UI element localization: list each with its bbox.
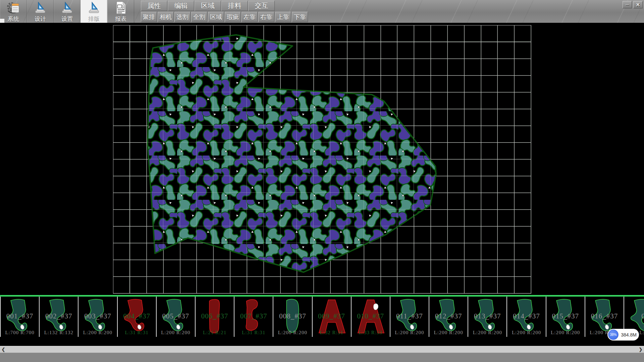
piece-lr-count: L:200 R:200	[78, 330, 117, 336]
progress-percent-circle: 38%	[608, 329, 619, 340]
thumbnail-cell[interactable]: 010_#37L:33 R:33	[352, 297, 390, 337]
report-icon	[113, 1, 128, 14]
nesting-canvas[interactable]	[0, 23, 644, 295]
mode-button-nesting[interactable]: 排版	[80, 0, 107, 23]
tool-region[interactable]: 区域	[208, 12, 224, 22]
thumbnail-cell[interactable]: 012_#37L:200 R:200	[429, 297, 468, 337]
system-gear-icon	[6, 1, 21, 14]
thumbnail-scrollbar[interactable]: ❮ ❯	[0, 346, 644, 353]
thumbnail-cell[interactable]: 014_#37L:200 R:200	[507, 297, 546, 337]
tool-select-cut[interactable]: 选割	[174, 12, 191, 22]
progress-badge[interactable]: 38% 384.8M	[607, 329, 639, 341]
scroll-left-arrow[interactable]: ❮	[0, 347, 7, 352]
toolbar-corner-chip	[0, 19, 4, 23]
thumbnail-cell[interactable]: 015_#37L:200 R:200	[546, 297, 585, 337]
mode-button-label: 设计	[35, 15, 46, 23]
piece-name: 016_#37	[585, 312, 624, 320]
piece-name: 0	[624, 312, 644, 320]
thumbnail-cell[interactable]: 009_#37L:32 R:31	[313, 297, 352, 337]
close-button[interactable]: ✕	[633, 1, 643, 8]
mode-button-report[interactable]: 报表	[107, 0, 134, 23]
piece-name: 009_#37	[313, 312, 351, 320]
leather-hide-nested-layout	[0, 23, 644, 295]
tool-cut-all[interactable]: 全割	[191, 12, 207, 22]
settings-ruler-icon	[59, 1, 75, 14]
thumbnail-cell[interactable]: 011_#37L:200 R:200	[390, 297, 429, 337]
piece-lr-count: L:700 R:700	[1, 330, 39, 336]
mode-icon-group: 系统 设计 设置	[0, 0, 134, 23]
piece-lr-count: L:21 R:21	[196, 330, 234, 336]
strip-bottom-gap	[0, 337, 644, 346]
scroll-right-arrow[interactable]: ❯	[637, 347, 644, 352]
piece-lr-count: L:33 R:33	[352, 330, 390, 336]
piece-name: 008_#37	[273, 312, 312, 320]
piece-lr-count: L:200 R:200	[157, 330, 195, 336]
tool-defect[interactable]: 瑕疵	[225, 12, 241, 22]
mode-button-label: 排版	[88, 15, 100, 23]
piece-name: 005_#37	[157, 312, 195, 320]
thumbnail-cell[interactable]: 002_#37L:132 R:132	[40, 297, 78, 337]
thumbnail-cell[interactable]: 003_#37L:200 R:200	[78, 297, 117, 337]
thumbnail-cell[interactable]: 004_#37L:31 R:31	[118, 297, 157, 337]
tool-camera[interactable]: 相机	[158, 12, 174, 22]
menu-edit[interactable]: 编辑	[168, 1, 194, 11]
tool-align-left[interactable]: 左靠	[241, 12, 258, 22]
thumbnail-cell[interactable]: 008_#37L:200 R:200	[273, 297, 312, 337]
mode-button-settings[interactable]: 设置	[54, 0, 80, 23]
piece-name: 010_#37	[352, 312, 390, 320]
app-window: { "window": { "minimize_glyph": "─", "cl…	[0, 0, 644, 362]
thumbnail-cell[interactable]: 001_#37L:700 R:700	[1, 297, 40, 337]
thumbnail-cell[interactable]: 006_#37L:21 R:21	[196, 297, 234, 337]
menu-nest[interactable]: 排料	[221, 1, 248, 11]
menu-region[interactable]: 区域	[195, 1, 221, 11]
piece-lr-count: L:32 R:31	[313, 330, 351, 336]
piece-name: 015_#37	[546, 312, 585, 320]
tool-align-bottom[interactable]: 下靠	[292, 12, 308, 22]
status-bar	[0, 353, 644, 362]
mode-button-label: 设置	[61, 15, 73, 23]
piece-name: 014_#37	[507, 312, 545, 320]
leather-hide-outline[interactable]	[148, 35, 436, 272]
minimize-button[interactable]: ─	[623, 1, 632, 8]
piece-name: 006_#37	[196, 312, 234, 320]
piece-lr-count: L:200 R:200	[429, 330, 468, 336]
piece-name: 012_#37	[429, 312, 468, 320]
mode-button-label: 报表	[115, 15, 126, 23]
menu-properties[interactable]: 属性	[141, 1, 167, 11]
tool-cluster-nest[interactable]: 聚排	[141, 12, 157, 22]
piece-lr-count: L:200 R:200	[273, 330, 312, 336]
design-ruler-icon	[33, 1, 48, 14]
piece-name: 007_#37	[234, 312, 273, 320]
menu-interact[interactable]: 交互	[248, 1, 275, 11]
thumbnail-cell[interactable]: 013_#37L:200 R:200	[468, 297, 507, 337]
mode-button-design[interactable]: 设计	[27, 0, 54, 23]
main-toolbar: 系统 设计 设置	[0, 0, 644, 23]
progress-size-label: 384.8M	[619, 332, 639, 338]
piece-lr-count: L:200 R:200	[507, 330, 545, 336]
nesting-ruler-icon	[86, 1, 102, 14]
piece-name: 003_#37	[78, 312, 117, 320]
window-controls: ─ ✕	[623, 1, 643, 8]
tool-align-right[interactable]: 右靠	[258, 12, 274, 22]
mode-button-label: 系统	[8, 15, 19, 23]
piece-lr-count: L:132 R:132	[40, 330, 78, 336]
menu-bar: 属性 编辑 区域 排料 交互	[141, 1, 275, 11]
thumbnail-cell[interactable]: 005_#37L:200 R:200	[157, 297, 196, 337]
piece-name: 002_#37	[40, 312, 78, 320]
piece-lr-count: L:31 R:31	[234, 330, 273, 336]
piece-name: 001_#37	[1, 312, 39, 320]
tool-align-top[interactable]: 上靠	[275, 12, 291, 22]
piece-name: 011_#37	[390, 312, 429, 320]
piece-name: 013_#37	[468, 312, 506, 320]
piece-lr-count: L:200 R:200	[390, 330, 429, 336]
tool-bar: 聚排 相机 选割 全割 区域 瑕疵 左靠 右靠 上靠 下靠	[141, 12, 308, 22]
thumbnail-cell[interactable]: 007_#37L:31 R:31	[234, 297, 273, 337]
piece-lr-count: L:200 R:200	[468, 330, 506, 336]
piece-name: 004_#37	[118, 312, 156, 320]
piece-lr-count: L:200 R:200	[546, 330, 585, 336]
piece-lr-count: L:31 R:31	[118, 330, 156, 336]
piece-thumbnail-strip: 001_#37L:700 R:700002_#37L:132 R:132003_…	[0, 297, 644, 337]
